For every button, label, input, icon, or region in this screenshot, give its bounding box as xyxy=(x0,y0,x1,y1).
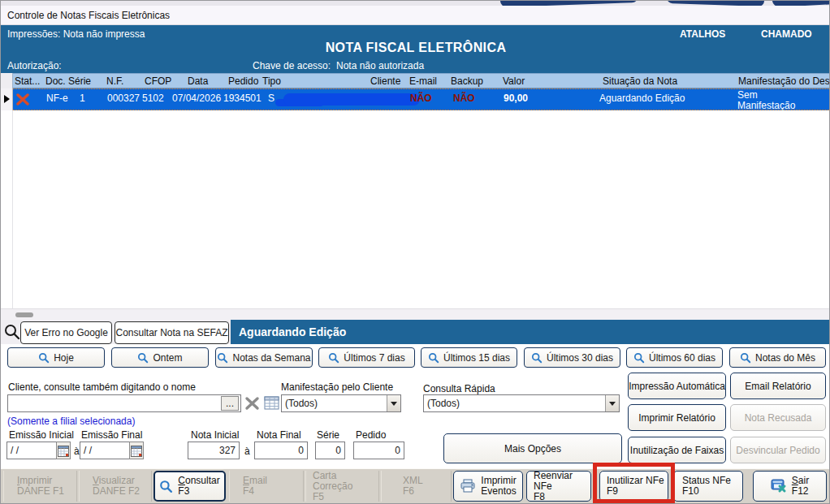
sep-a: à xyxy=(244,446,250,457)
filter-ontem-label: Ontem xyxy=(153,352,182,364)
col-cliente[interactable]: Cliente xyxy=(370,75,400,87)
nota-final-label: Nota Final xyxy=(257,429,301,441)
nota-inicial-value: 327 xyxy=(219,445,236,456)
app-window: Controle de Notas Fiscais Eletrônicas Im… xyxy=(0,0,830,504)
filter-notas-mes-label: Notas do Mês xyxy=(755,352,815,364)
filter-ultimos-30-label: Últimos 30 dias xyxy=(547,352,613,364)
carta-correcao-label: Carta Correção xyxy=(313,471,378,492)
nota-final-value: 0 xyxy=(298,445,304,456)
xml-key: F6 xyxy=(403,485,414,497)
filter-ontem-button[interactable]: Ontem xyxy=(111,347,209,368)
email-relatorio-label: Email Relatório xyxy=(745,381,811,392)
nota-inicial-label: Nota Inicial xyxy=(191,429,239,441)
email-relatorio-button[interactable]: Email Relatório xyxy=(730,373,826,399)
col-status[interactable]: Stat... xyxy=(15,75,40,87)
horizontal-scrollbar[interactable] xyxy=(1,308,830,320)
imprimir-eventos-line2: Eventos xyxy=(481,485,516,497)
atalhos-link[interactable]: ATALHOS xyxy=(680,28,725,40)
cell-valor: 90,00 xyxy=(504,93,528,104)
inutilizar-nfe-button[interactable]: Inutilizar NFeF9 xyxy=(599,471,668,502)
filter-ultimos-30-button[interactable]: Últimos 30 dias xyxy=(524,347,620,368)
calendar-icon[interactable] xyxy=(129,442,144,459)
col-valor[interactable]: Valor xyxy=(503,75,525,87)
inutilizacao-faixas-button[interactable]: Inutilização de Faixas xyxy=(628,437,726,463)
consulta-rapida-label: Consulta Rápida xyxy=(423,383,495,394)
col-manifestacao[interactable]: Manifestação do Dest xyxy=(738,75,829,87)
sair-button[interactable]: SairF12 xyxy=(753,471,827,502)
email-key: F4 xyxy=(243,485,254,497)
col-backup[interactable]: Backup xyxy=(451,75,483,87)
cliente-redaction xyxy=(283,93,420,106)
col-cfop[interactable]: CFOP xyxy=(145,75,171,87)
cell-doc: NF-e xyxy=(46,93,68,104)
filter-ultimos-15-label: Últimos 15 dias xyxy=(443,352,510,364)
serie-value: 0 xyxy=(335,445,341,456)
consultar-button[interactable]: ConsultarF3 xyxy=(153,471,226,502)
exit-window-icon xyxy=(771,479,787,493)
nota-final-input[interactable]: 0 xyxy=(254,442,308,459)
emissao-final-input[interactable]: / / xyxy=(80,442,130,459)
reenviar-nfe-label: Reenviar NFe xyxy=(534,471,590,492)
col-data[interactable]: Data xyxy=(188,75,208,87)
filial-note: (Somente a filial selecionada) xyxy=(7,416,135,427)
filter-hoje-label: Hoje xyxy=(54,352,74,364)
imprimir-relatorio-button[interactable]: Imprimir Relatório xyxy=(628,404,726,431)
page-title: NOTA FISCAL ELETRÔNICA xyxy=(1,41,830,55)
col-email[interactable]: E-mail xyxy=(409,75,437,87)
ver-erro-google-label: Ver Erro no Google xyxy=(24,327,108,338)
serie-input[interactable]: 0 xyxy=(315,442,345,459)
emissao-inicial-input[interactable]: / / xyxy=(6,442,57,459)
tab-row: Ver Erro no Google Consultar Nota na SEF… xyxy=(1,320,830,344)
pedido-label: Pedido xyxy=(356,429,386,441)
grid-body[interactable] xyxy=(1,110,830,308)
mais-opcoes-button[interactable]: Mais Opções xyxy=(443,433,622,463)
filter-ultimos-15-button[interactable]: Últimos 15 dias xyxy=(421,347,517,368)
col-tipo[interactable]: Tipo xyxy=(262,75,281,87)
clear-icon[interactable] xyxy=(244,396,260,411)
col-pedido[interactable]: Pedido xyxy=(228,75,258,87)
sep-a: à xyxy=(74,446,80,457)
browse-button[interactable]: ... xyxy=(221,396,239,411)
imprimir-eventos-button[interactable]: ImprimirEventos xyxy=(453,471,523,502)
reenviar-nfe-button[interactable]: Reenviar NFeF8 xyxy=(526,471,591,502)
filter-notas-mes-button[interactable]: Notas do Mês xyxy=(729,347,826,368)
pedido-input[interactable]: 0 xyxy=(353,442,404,459)
search-icon xyxy=(3,323,21,341)
emissao-final-label: Emissão Final xyxy=(81,429,142,441)
carta-correcao-key: F5 xyxy=(313,491,324,502)
status-nfe-button[interactable]: Status NFeF10 xyxy=(673,471,743,502)
cell-email: NÃO xyxy=(410,93,432,104)
impressions-status: Impressões: Nota não impressa xyxy=(7,28,145,40)
table-row[interactable]: NF-e 1 000327 5102 07/04/2026 1934501 S … xyxy=(1,88,830,110)
filter-ultimos-7-button[interactable]: Últimos 7 dias xyxy=(318,347,415,368)
visualizar-danfe-key: DANFE F2 xyxy=(93,485,140,497)
scrollbar-thumb[interactable] xyxy=(15,312,33,317)
nota-inicial-input[interactable]: 327 xyxy=(188,442,240,459)
grid-gutter-header xyxy=(1,73,13,88)
ver-erro-google-button[interactable]: Ver Erro no Google xyxy=(20,321,112,344)
cell-nf: 000327 xyxy=(107,93,140,104)
grid-lookup-icon[interactable] xyxy=(264,396,279,410)
consulta-rapida-select[interactable]: (Todos) xyxy=(423,394,620,412)
imprimir-danfe-key: DANFE F1 xyxy=(17,485,64,497)
desvincular-pedido-label: Desvincular Pedido xyxy=(736,445,819,456)
manifestacao-select[interactable]: (Todos) xyxy=(281,394,401,412)
filter-hoje-button[interactable]: Hoje xyxy=(7,347,105,368)
filter-notas-semana-button[interactable]: Notas da Semana xyxy=(215,347,313,368)
bottom-toolbar: ImprimirDANFE F1 VisualizarDANFE F2 Cons… xyxy=(1,468,830,504)
col-doc[interactable]: Doc. xyxy=(45,75,66,87)
manifestacao-value: (Todos) xyxy=(282,398,387,409)
col-nf[interactable]: N.F. xyxy=(106,75,123,87)
col-serie[interactable]: Série xyxy=(68,75,91,87)
consultar-sefaz-button[interactable]: Consultar Nota na SEFAZ xyxy=(115,321,229,344)
filter-ultimos-60-button[interactable]: Últimos 60 dias xyxy=(626,347,723,368)
chevron-down-icon xyxy=(605,395,619,411)
nota-recusada-label: Nota Recusada xyxy=(745,412,812,424)
col-situacao[interactable]: Situação da Nota xyxy=(603,75,677,87)
chamado-link[interactable]: CHAMADO xyxy=(761,28,812,40)
cell-serie: 1 xyxy=(80,93,85,104)
calendar-icon[interactable] xyxy=(56,442,71,459)
impressao-automatica-button[interactable]: Impressão Automática xyxy=(628,373,726,399)
impressao-automatica-label: Impressão Automática xyxy=(629,381,725,392)
cliente-input[interactable]: ... xyxy=(7,394,241,412)
